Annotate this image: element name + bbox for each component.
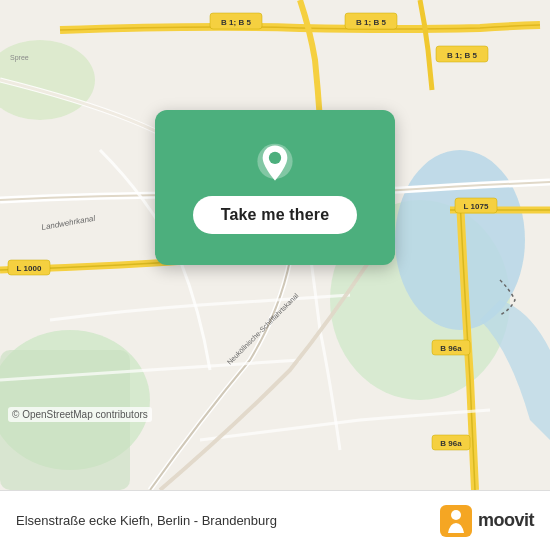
svg-text:L 1000: L 1000 <box>17 264 42 273</box>
svg-text:B 1; B 5: B 1; B 5 <box>221 18 251 27</box>
location-label: Elsenstraße ecke Kiefh, Berlin - Branden… <box>16 513 440 528</box>
svg-text:B 96a: B 96a <box>440 344 462 353</box>
location-pin-icon <box>253 142 297 186</box>
svg-text:B 1; B 5: B 1; B 5 <box>356 18 386 27</box>
moovit-icon <box>440 505 472 537</box>
moovit-text: moovit <box>478 510 534 531</box>
svg-point-26 <box>451 510 461 520</box>
svg-point-24 <box>269 151 281 163</box>
svg-text:B 96a: B 96a <box>440 439 462 448</box>
svg-text:Spree: Spree <box>10 54 29 62</box>
map-container: B 1; B 5 B 1; B 5 B 1; B 5 L 1075 L 1000… <box>0 0 550 490</box>
take-me-there-button[interactable]: Take me there <box>193 196 358 234</box>
moovit-logo: moovit <box>440 505 534 537</box>
osm-attribution: © OpenStreetMap contributors <box>8 407 152 422</box>
bottom-bar: Elsenstraße ecke Kiefh, Berlin - Branden… <box>0 490 550 550</box>
svg-text:B 1; B 5: B 1; B 5 <box>447 51 477 60</box>
take-me-there-card[interactable]: Take me there <box>155 110 395 265</box>
svg-text:L 1075: L 1075 <box>464 202 489 211</box>
